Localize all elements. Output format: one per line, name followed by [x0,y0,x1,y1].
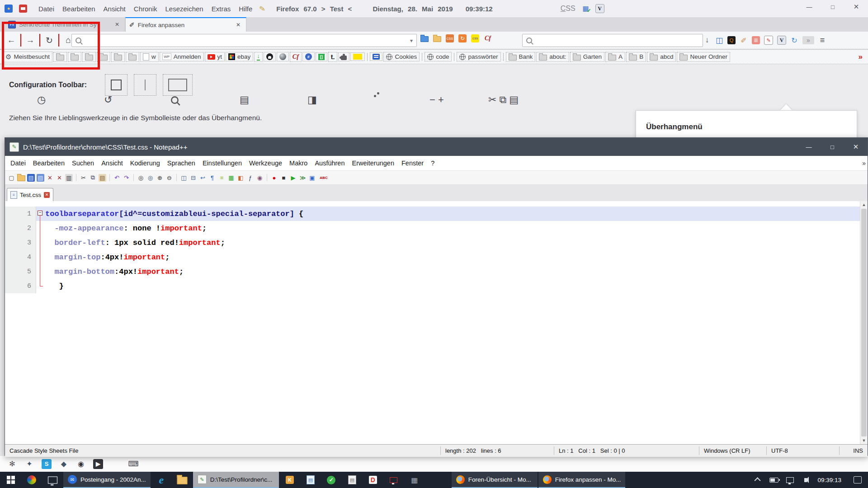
edge-icon[interactable]: e [151,472,171,488]
battery-icon[interactable] [770,476,778,484]
firefox-task-button-2[interactable]: Firefox anpassen - Mo... [538,472,626,488]
npp-menu-bearbeiten[interactable]: Bearbeiten [29,160,68,167]
skype-icon[interactable]: S [42,459,52,469]
scrollbar-thumb[interactable] [861,209,867,436]
bookmark-item[interactable] [350,52,365,61]
system-monitor-icon[interactable] [42,472,62,488]
bookmark-item[interactable] [338,52,349,61]
macro-record-icon[interactable]: ● [270,174,278,182]
macro-save-icon[interactable]: ▣ [308,174,316,182]
sidebar-icon[interactable]: ◫ [715,36,723,44]
v-icon[interactable]: V [595,4,604,13]
npp-tab-close-icon[interactable]: ✕ [44,192,50,198]
statusbar-encoding[interactable]: UTF-8 [766,446,839,455]
download-icon[interactable]: ↓ [703,36,711,44]
volume-icon[interactable] [802,476,810,484]
new-file-icon[interactable]: ▢ [8,174,15,182]
copy-icon[interactable]: ⧉ [89,174,97,182]
bookmark-item[interactable]: [] [316,52,327,61]
npp-menu-erweiterungen[interactable]: Erweiterungen [349,160,398,167]
display-icon[interactable] [786,476,794,484]
urlbar[interactable]: ▾ [71,34,417,47]
bookmark-item[interactable]: yt [205,52,225,61]
code-line-4[interactable]: 4 margin-top:4px!important; [5,250,868,264]
bookmark-item[interactable]: Cookies [383,52,420,61]
bookmark-item[interactable]: ebay [226,52,253,61]
edit-controls[interactable]: ✂ ⧉ ▤ [488,94,519,106]
bookmark-item[interactable]: abcd [647,52,676,62]
explorer-icon[interactable] [172,472,192,488]
code-line-5[interactable]: 5 margin-bottom:4px!important; [5,264,868,279]
clock-icon[interactable]: ◷ [37,94,46,106]
macro-stop-icon[interactable]: ■ [280,174,288,182]
npp-close-button[interactable]: ✕ [844,138,868,156]
ff-maximize-button[interactable]: □ [821,0,844,14]
keyboard-icon[interactable]: ⌨ [128,459,138,469]
notepadpp-task-button[interactable]: ✎D:\Test\Profilordner\c... [193,472,279,488]
code-line-6[interactable]: 6 } [5,279,868,293]
bookmark-item[interactable]: Neuer Ordner [677,52,730,62]
npp-maximize-button[interactable]: □ [821,138,844,156]
table-check-icon[interactable]: ▦✓ [582,5,590,13]
code-line-2[interactable]: 2 -moz-appearance: none !important; [5,221,868,235]
print-icon[interactable]: ▥ [65,174,73,182]
cf-icon[interactable]: Cf [484,34,492,42]
menu-ansicht[interactable]: Ansicht [99,5,130,13]
bookmark-item[interactable] [111,52,125,62]
zoom-out-icon[interactable]: ⊖ [165,174,173,182]
macro-run-multiple-icon[interactable]: ≫ [299,174,307,182]
document-icon[interactable]: ▤ [342,472,362,488]
zoom-in-icon[interactable]: ⊕ [156,174,164,182]
bookmark-item[interactable]: code [425,52,452,61]
npp-menu-sprachen[interactable]: Sprachen [164,160,199,167]
notes-icon[interactable]: ✎ [764,36,773,45]
bookmark-item[interactable]: passwörter [457,52,500,61]
sync-horizontal-icon[interactable]: ⊟ [189,174,197,182]
hamburger-menu-icon[interactable]: ≡ [818,36,826,44]
npp-menu-ansicht[interactable]: Ansicht [98,160,127,167]
ff-close-button[interactable]: ✕ [844,0,868,14]
history-icon[interactable]: ↺ [104,94,112,106]
open-folder-icon[interactable] [433,36,441,42]
thunderbird-task-button[interactable]: ✉Posteingang - 2002An... [63,472,151,488]
tab-2[interactable]: ✐Firefox anpassen✕ [125,17,246,32]
bookmarks-overflow-chevron[interactable]: » [856,52,865,61]
scroll-down-arrow-icon[interactable]: ▼ [860,437,868,444]
bookmark-item[interactable]: t. [328,52,338,62]
tray-chevron-up-icon[interactable] [754,476,762,484]
monitoring-icon[interactable]: ◉ [256,174,264,182]
play-icon[interactable]: ▶ [93,459,103,469]
pencil-notes-icon[interactable]: ✎ [258,4,267,13]
bookmark-item[interactable]: w [140,52,159,62]
css-yellow-icon[interactable]: CSS [471,34,479,42]
undo-icon[interactable]: ↶ [113,174,121,182]
open-file-icon[interactable] [17,175,25,181]
search-input[interactable] [522,34,703,47]
chevron-down-icon[interactable]: ▾ [410,38,413,44]
statusbar-insert-mode[interactable]: INS [839,446,868,455]
taskbar-clock[interactable]: 09:39:13 [817,477,841,483]
npp-editor[interactable]: 1toolbarseparator[id^=customizableui-spe… [5,201,868,444]
ff-minimize-button[interactable]: — [797,0,821,14]
indent-guide-icon[interactable]: ≡ [218,174,226,182]
close-icon[interactable]: ✕ [46,174,54,182]
bookmark-item[interactable]: WPAnmelden [160,52,204,61]
npp-menu-fenster[interactable]: Fenster [398,160,427,167]
bookmark-item[interactable] [126,52,139,62]
menu-chronik[interactable]: Chronik [130,5,161,13]
config-drop-target-square[interactable] [105,74,127,96]
user-define-icon[interactable]: ▦ [227,174,235,182]
bookmark-item[interactable]: about: [536,52,569,62]
menu-datei[interactable]: Datei [34,5,58,13]
bookmark-item[interactable]: Bank [506,52,536,62]
bookmark-item[interactable] [370,52,382,61]
v-icon[interactable]: V [777,36,786,45]
bookmark-item[interactable]: ↓ [254,52,263,62]
bookmark-item[interactable]: B [626,52,646,62]
code-line-3[interactable]: 3 border-left: 1px solid red!important; [5,235,868,250]
npp-titlebar[interactable]: ✎ D:\Test\Profilordner\chrome\CSS\Test.c… [5,138,868,156]
npp-menu-overflow-chevron[interactable]: » [862,160,866,167]
npp-menu-ausfhren[interactable]: Ausführen [311,160,348,167]
session-manager-icon[interactable]: ★ [5,5,13,13]
scroll-icon[interactable]: ≣ [752,36,760,44]
